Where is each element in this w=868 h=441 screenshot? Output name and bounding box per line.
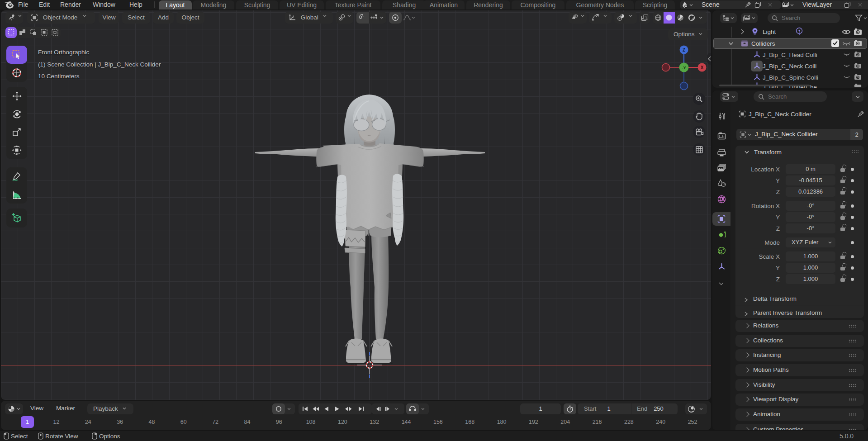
svg-text:Z: Z bbox=[683, 47, 685, 52]
svg-text:X: X bbox=[701, 65, 704, 70]
svg-text:-Y: -Y bbox=[682, 65, 686, 70]
